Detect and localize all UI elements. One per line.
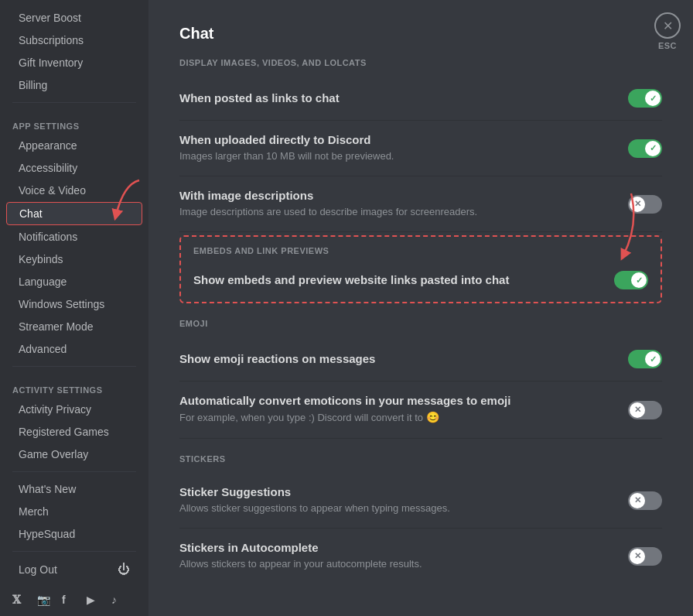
toggle-stickers-autocomplete[interactable]	[628, 547, 662, 566]
sidebar-divider-3	[12, 471, 136, 472]
setting-info: Stickers in Autocomplete Allows stickers…	[179, 541, 628, 571]
section-label-emoji: EMOJI	[179, 319, 662, 328]
setting-info: When posted as links to chat	[179, 91, 628, 106]
setting-name: Stickers in Autocomplete	[179, 541, 609, 554]
setting-show-embeds: Show embeds and preview website links pa…	[193, 265, 648, 293]
toggle-knob	[630, 493, 645, 508]
esc-label: ESC	[658, 41, 677, 50]
social-bar: 𝕏 📷 f ▶ ♪	[0, 584, 148, 616]
setting-info: Show emoji reactions on messages	[179, 352, 628, 367]
toggle-knob	[630, 197, 645, 212]
setting-desc: Images larger than 10 MB will not be pre…	[179, 149, 609, 163]
setting-desc: Allows stickers to appear in your autoco…	[179, 557, 609, 571]
setting-info: Automatically convert emoticons in your …	[179, 394, 628, 426]
toggle-knob	[630, 549, 645, 564]
setting-name: Sticker Suggestions	[179, 485, 609, 498]
sidebar-item-windows-settings[interactable]: Windows Settings	[6, 293, 142, 315]
sidebar-item-whats-new[interactable]: What's New	[6, 478, 142, 500]
sidebar-section-app: APP SETTINGS	[0, 109, 148, 134]
setting-info: Show embeds and preview website links pa…	[193, 273, 614, 288]
sidebar-item-server-boost[interactable]: Server Boost	[6, 7, 142, 29]
sidebar-item-streamer-mode[interactable]: Streamer Mode	[6, 316, 142, 337]
setting-desc: Allows sticker suggestions to appear whe…	[179, 501, 609, 515]
sidebar-item-notifications[interactable]: Notifications	[6, 226, 142, 248]
esc-button[interactable]: ✕ ESC	[654, 12, 681, 50]
sidebar-item-subscriptions[interactable]: Subscriptions	[6, 29, 142, 51]
setting-show-emoji-reactions: Show emoji reactions on messages	[179, 337, 662, 382]
setting-info: With image descriptions Image descriptio…	[179, 189, 628, 219]
sidebar-divider-2	[12, 366, 136, 367]
toggle-show-emoji-reactions[interactable]	[628, 350, 662, 368]
sidebar: Server Boost Subscriptions Gift Inventor…	[0, 0, 148, 616]
toggle-knob	[630, 402, 645, 418]
sidebar-item-registered-games[interactable]: Registered Games	[6, 421, 142, 443]
sidebar-item-keybinds[interactable]: Keybinds	[6, 248, 142, 270]
setting-name: Show emoji reactions on messages	[179, 352, 609, 365]
sidebar-divider-4	[12, 551, 136, 552]
setting-auto-convert-emoticons: Automatically convert emoticons in your …	[179, 382, 662, 439]
setting-info: Sticker Suggestions Allows sticker sugge…	[179, 485, 628, 515]
toggle-knob	[645, 91, 661, 106]
sidebar-item-appearance[interactable]: Appearance	[6, 135, 142, 156]
toggle-knob	[631, 272, 647, 288]
setting-name: When uploaded directly to Discord	[179, 133, 609, 146]
setting-when-posted-links: When posted as links to chat	[179, 77, 662, 121]
sidebar-item-accessibility[interactable]: Accessibility	[6, 157, 142, 179]
setting-name: Automatically convert emoticons in your …	[179, 394, 609, 407]
setting-name: With image descriptions	[179, 189, 609, 202]
setting-name: When posted as links to chat	[179, 91, 609, 104]
instagram-icon[interactable]: 📷	[37, 594, 51, 607]
setting-with-image-descriptions: With image descriptions Image descriptio…	[179, 176, 662, 232]
setting-stickers-autocomplete: Stickers in Autocomplete Allows stickers…	[179, 529, 662, 583]
sidebar-item-activity-privacy[interactable]: Activity Privacy	[6, 399, 142, 420]
sidebar-item-hypesquad[interactable]: HypeSquad	[6, 523, 142, 545]
sidebar-divider-1	[12, 102, 136, 103]
toggle-auto-convert-emoticons[interactable]	[628, 401, 662, 419]
logout-button[interactable]: Log Out ⏻	[6, 558, 142, 581]
setting-sticker-suggestions: Sticker Suggestions Allows sticker sugge…	[179, 473, 662, 529]
sidebar-item-billing[interactable]: Billing	[6, 74, 142, 96]
main-content: ✕ ESC Chat DISPLAY IMAGES, VIDEOS, AND L…	[148, 0, 693, 616]
setting-desc: Image descriptions are used to describe …	[179, 205, 609, 219]
toggle-when-uploaded-discord[interactable]	[628, 139, 662, 158]
setting-info: When uploaded directly to Discord Images…	[179, 133, 628, 163]
setting-name: Show embeds and preview website links pa…	[193, 273, 596, 286]
section-label-display-images: DISPLAY IMAGES, VIDEOS, AND LOLCATS	[179, 58, 662, 67]
logout-icon: ⏻	[118, 563, 130, 577]
sidebar-item-voice-video[interactable]: Voice & Video	[6, 180, 142, 201]
emoticon-example-emoji: 😊	[426, 411, 439, 423]
toggle-knob	[645, 141, 661, 156]
section-label-embeds: EMBEDS AND LINK PREVIEWS	[193, 246, 648, 255]
esc-circle: ✕	[654, 12, 681, 39]
toggle-sticker-suggestions[interactable]	[628, 491, 662, 510]
section-label-stickers: STICKERS	[179, 454, 662, 464]
sidebar-item-language[interactable]: Language	[6, 271, 142, 293]
toggle-show-embeds[interactable]	[614, 271, 648, 289]
toggle-with-image-descriptions[interactable]	[628, 195, 662, 214]
setting-desc: For example, when you type :) Discord wi…	[179, 410, 609, 426]
toggle-knob	[645, 351, 661, 367]
sidebar-item-chat[interactable]: Chat	[6, 202, 142, 225]
facebook-icon[interactable]: f	[62, 594, 76, 607]
twitter-icon[interactable]: 𝕏	[12, 594, 26, 607]
sidebar-item-gift-inventory[interactable]: Gift Inventory	[6, 52, 142, 74]
sidebar-item-advanced[interactable]: Advanced	[6, 338, 142, 360]
page-title: Chat	[179, 25, 662, 43]
section-embeds-link-previews: EMBEDS AND LINK PREVIEWS Show embeds and…	[179, 235, 662, 303]
toggle-when-posted-links[interactable]	[628, 89, 662, 108]
sidebar-item-game-overlay[interactable]: Game Overlay	[6, 443, 142, 465]
youtube-icon[interactable]: ▶	[87, 594, 101, 607]
sidebar-section-activity: ACTIVITY SETTINGS	[0, 373, 148, 398]
sidebar-item-merch[interactable]: Merch	[6, 501, 142, 522]
tiktok-icon[interactable]: ♪	[111, 594, 125, 607]
setting-when-uploaded-discord: When uploaded directly to Discord Images…	[179, 121, 662, 176]
